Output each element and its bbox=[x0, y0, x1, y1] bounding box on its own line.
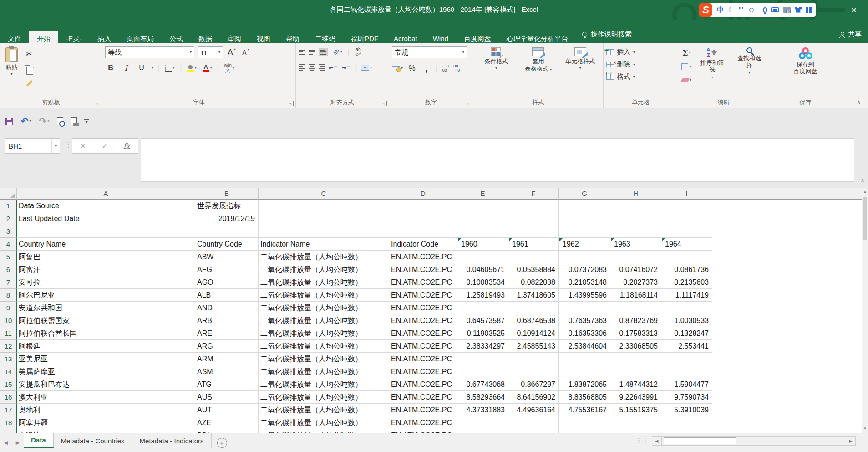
cell-B3[interactable] bbox=[195, 225, 259, 238]
cell-G13[interactable] bbox=[559, 353, 610, 365]
collapse-formula-bar-icon[interactable]: ∧ bbox=[861, 177, 864, 183]
cell-H11[interactable]: 0.17583313 bbox=[610, 327, 661, 340]
previous-sheet-button[interactable]: ◀ bbox=[0, 433, 12, 452]
cell-F14[interactable] bbox=[508, 365, 559, 378]
row-header-13[interactable]: 13 bbox=[0, 353, 17, 365]
format-painter-button[interactable] bbox=[24, 77, 35, 88]
cell-F16[interactable]: 8.64156902 bbox=[508, 391, 559, 404]
row-header-18[interactable]: 18 bbox=[0, 416, 17, 429]
cell-D12[interactable]: EN.ATM.CO2E.PC bbox=[389, 340, 457, 353]
cell-A1[interactable]: Data Source bbox=[17, 200, 195, 212]
insert-function-button[interactable]: fx bbox=[123, 142, 130, 150]
empty-grid-area[interactable] bbox=[712, 404, 862, 416]
conditional-formatting-button[interactable]: 条件格式 ▾ bbox=[476, 46, 516, 98]
cell-I5[interactable] bbox=[661, 251, 712, 263]
empty-grid-area[interactable] bbox=[712, 391, 862, 404]
cell-G5[interactable] bbox=[559, 251, 610, 263]
scroll-down-button[interactable]: ▼ bbox=[862, 425, 868, 433]
cell-H1[interactable] bbox=[610, 200, 661, 212]
empty-grid-area[interactable] bbox=[712, 276, 862, 289]
cell-D13[interactable]: EN.ATM.CO2E.PC bbox=[389, 353, 457, 365]
cell-F2[interactable] bbox=[508, 212, 559, 225]
cell-C9[interactable]: 二氧化碳排放量（人均公吨数） bbox=[259, 302, 389, 314]
cell-A2[interactable]: Last Updated Date bbox=[17, 212, 195, 225]
empty-grid-area[interactable] bbox=[712, 416, 862, 429]
cell-A14[interactable]: 美属萨摩亚 bbox=[17, 365, 195, 378]
cell-D3[interactable] bbox=[389, 225, 457, 238]
cell-B8[interactable]: ALB bbox=[195, 289, 259, 302]
cell-F4[interactable]: 1961 bbox=[508, 238, 559, 251]
cell-B16[interactable]: AUS bbox=[195, 391, 259, 404]
cell-B1[interactable]: 世界发展指标 bbox=[195, 200, 259, 212]
cell-I4[interactable]: 1964 bbox=[661, 238, 712, 251]
cell-H3[interactable] bbox=[610, 225, 661, 238]
row-header-12[interactable]: 12 bbox=[0, 340, 17, 353]
clear-button[interactable]: ▾ bbox=[681, 75, 692, 86]
cell-I19[interactable] bbox=[661, 429, 712, 433]
insert-cells-button[interactable]: ⇤ 插入▾ bbox=[606, 48, 675, 56]
cell-G3[interactable] bbox=[559, 225, 610, 238]
empty-grid-area[interactable] bbox=[712, 302, 862, 314]
cell-G1[interactable] bbox=[559, 200, 610, 212]
cell-E18[interactable] bbox=[457, 416, 508, 429]
cell-E15[interactable]: 0.67743068 bbox=[457, 378, 508, 391]
cell-H15[interactable]: 1.48744312 bbox=[610, 378, 661, 391]
cell-A16[interactable]: 澳大利亚 bbox=[17, 391, 195, 404]
bold-button[interactable]: B bbox=[105, 62, 116, 73]
cell-G16[interactable]: 8.83568805 bbox=[559, 391, 610, 404]
cell-B10[interactable]: ARB bbox=[195, 314, 259, 327]
cell-F9[interactable] bbox=[508, 302, 559, 314]
align-top-icon[interactable] bbox=[299, 50, 305, 55]
empty-grid-area[interactable] bbox=[712, 314, 862, 327]
cell-H6[interactable]: 0.07416072 bbox=[610, 263, 661, 276]
cell-F7[interactable]: 0.0822038 bbox=[508, 276, 559, 289]
cell-H18[interactable] bbox=[610, 416, 661, 429]
ime-icon[interactable]: ☺ bbox=[748, 6, 755, 14]
cell-G18[interactable] bbox=[559, 416, 610, 429]
fill-color-button[interactable]: ▾ bbox=[186, 62, 197, 73]
align-bottom-icon[interactable] bbox=[319, 48, 328, 56]
align-left-icon[interactable] bbox=[299, 64, 305, 71]
cell-G8[interactable]: 1.43995596 bbox=[559, 289, 610, 302]
empty-grid-area[interactable] bbox=[712, 238, 862, 251]
sogou-logo-icon[interactable]: S bbox=[699, 3, 712, 17]
empty-grid-area[interactable] bbox=[712, 340, 862, 353]
align-right-icon[interactable] bbox=[319, 64, 325, 71]
cell-G10[interactable]: 0.76357363 bbox=[559, 314, 610, 327]
row-header-6[interactable]: 6 bbox=[0, 263, 17, 276]
comma-style-button[interactable]: , bbox=[421, 63, 432, 74]
ime-icon[interactable]: °’ bbox=[739, 6, 744, 14]
row-header-19[interactable]: 19 bbox=[0, 429, 17, 433]
cell-H13[interactable] bbox=[610, 353, 661, 365]
cell-D17[interactable]: EN.ATM.CO2E.PC bbox=[389, 404, 457, 416]
cell-A11[interactable]: 阿拉伯联合酋长国 bbox=[17, 327, 195, 340]
alignment-dialog-launcher[interactable]: ↘ bbox=[381, 101, 387, 106]
cell-H9[interactable] bbox=[610, 302, 661, 314]
cell-I6[interactable]: 0.0861736 bbox=[661, 263, 712, 276]
number-format-select[interactable]: 常规▾ bbox=[392, 46, 467, 58]
wrap-text-button[interactable]: abc↵ bbox=[353, 46, 364, 57]
cell-A18[interactable]: 阿塞拜疆 bbox=[17, 416, 195, 429]
cell-C3[interactable] bbox=[259, 225, 389, 238]
cell-D19[interactable]: EN.ATM.CO2E.PC bbox=[389, 429, 457, 433]
column-header-E[interactable]: E bbox=[457, 188, 508, 200]
tab-scrollbar-splitter[interactable]: ⋮⋮ bbox=[636, 437, 649, 444]
sheet-tab-Metadata---Countries[interactable]: Metadata - Countries bbox=[54, 433, 132, 448]
cell-F13[interactable] bbox=[508, 353, 559, 365]
cell-A19[interactable]: 布隆迪 bbox=[17, 429, 195, 433]
cell-B13[interactable]: ARM bbox=[195, 353, 259, 365]
shrink-font-button[interactable]: A▾ bbox=[240, 47, 251, 58]
cell-G2[interactable] bbox=[559, 212, 610, 225]
ime-mode-chinese[interactable]: 中 bbox=[716, 6, 724, 14]
cell-G19[interactable] bbox=[559, 429, 610, 433]
fill-button[interactable]: ↓▾ bbox=[681, 61, 692, 72]
cell-B12[interactable]: ARG bbox=[195, 340, 259, 353]
cell-B7[interactable]: AGO bbox=[195, 276, 259, 289]
cell-C17[interactable]: 二氧化碳排放量（人均公吨数） bbox=[259, 404, 389, 416]
cell-I7[interactable]: 0.2135603 bbox=[661, 276, 712, 289]
merge-center-button[interactable]: ▾ bbox=[361, 62, 372, 73]
cell-B18[interactable]: AZE bbox=[195, 416, 259, 429]
column-header-H[interactable]: H bbox=[610, 188, 661, 200]
font-color-button[interactable]: A ▾ bbox=[202, 62, 213, 73]
cell-B17[interactable]: AUT bbox=[195, 404, 259, 416]
